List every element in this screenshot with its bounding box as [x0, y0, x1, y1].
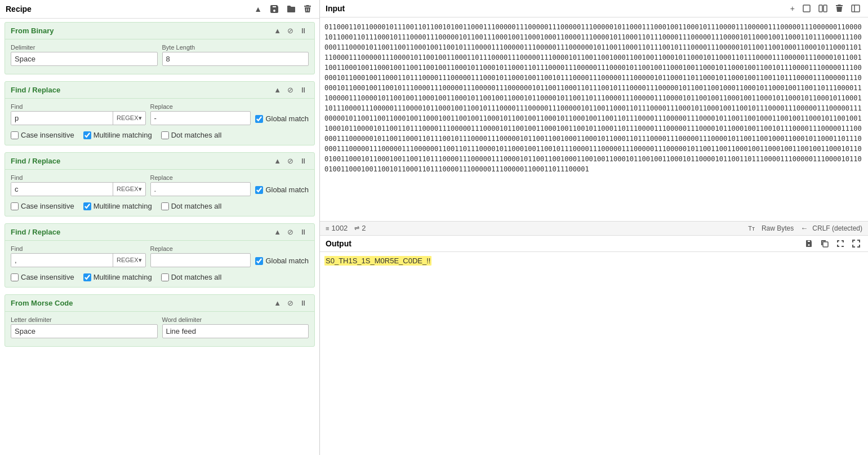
input-header: Input +: [320, 0, 868, 17]
recipe-delete-btn[interactable]: [301, 3, 314, 15]
input-split-btn[interactable]: [816, 3, 830, 14]
fr3-find-input[interactable]: [11, 254, 113, 267]
input-window-btn[interactable]: [800, 3, 813, 14]
fr1-multiline-item: Multiline matching: [83, 131, 152, 139]
fr3-multiline-cb[interactable]: [83, 273, 91, 281]
fr2-options-row: Case insensitive Multiline matching Dot …: [11, 200, 309, 211]
output-fullscreen-btn[interactable]: [850, 238, 862, 249]
fr3-global-match-cb[interactable]: [255, 257, 263, 265]
fr3-disable-btn[interactable]: ⊘: [286, 227, 295, 237]
from-binary-pause-btn[interactable]: ⏸: [298, 26, 309, 36]
letter-delim-group: Letter delimiter: [11, 316, 158, 338]
input-delete-btn[interactable]: [833, 3, 845, 14]
fr3-replace-group: Replace: [150, 245, 251, 267]
fr2-up-btn[interactable]: ▲: [272, 156, 283, 166]
fr2-multiline-cb[interactable]: [83, 202, 91, 210]
find-replace-2-section: Find / Replace ▲ ⊘ ⏸ Find REGEX▾ Replace: [5, 152, 315, 217]
from-binary-up-btn[interactable]: ▲: [272, 26, 283, 36]
fr1-replace-group: Replace: [150, 103, 251, 125]
fr1-case-item: Case insensitive: [11, 131, 74, 139]
find-replace-2-title: Find / Replace: [11, 157, 272, 165]
from-binary-header: From Binary ▲ ⊘ ⏸: [5, 23, 314, 39]
fr3-case-label: Case insensitive: [21, 273, 74, 281]
fr2-input-row: Find REGEX▾ Replace Global match: [11, 174, 309, 196]
fr1-case-label: Case insensitive: [21, 131, 74, 139]
input-expand-btn[interactable]: [849, 3, 862, 14]
fr2-regex-btn[interactable]: REGEX▾: [113, 183, 145, 196]
fr2-global-match-cb[interactable]: [255, 186, 263, 194]
from-binary-section: From Binary ▲ ⊘ ⏸ Delimiter Byte Length: [5, 22, 315, 74]
from-morse-title: From Morse Code: [11, 299, 272, 307]
fr1-find-input[interactable]: [11, 112, 113, 125]
fr1-global-match-cb[interactable]: [255, 115, 263, 123]
fr2-replace-input[interactable]: [150, 182, 251, 196]
fr3-case-cb[interactable]: [11, 273, 19, 281]
fr1-replace-input[interactable]: [150, 111, 251, 125]
fr2-case-cb[interactable]: [11, 202, 19, 210]
delimiter-group: Delimiter: [11, 44, 158, 66]
output-copy-btn[interactable]: [818, 238, 831, 249]
recipe-header: Recipe ▲: [0, 0, 319, 19]
encoding-btn[interactable]: Raw Bytes: [759, 223, 796, 233]
morse-up-btn[interactable]: ▲: [272, 298, 283, 308]
fr1-find-wrapper: REGEX▾: [11, 111, 146, 125]
fr2-find-input[interactable]: [11, 183, 113, 196]
fr1-options-row: Case insensitive Multiline matching Dot …: [11, 129, 309, 140]
input-area[interactable]: 0110001101100001011100110110010100110001…: [320, 17, 868, 222]
delimiter-input[interactable]: [11, 52, 158, 66]
recipe-save-btn[interactable]: [268, 3, 281, 15]
letter-delim-input[interactable]: [11, 324, 158, 338]
fr2-dot-cb[interactable]: [161, 202, 169, 210]
fr2-dot-item: Dot matches all: [161, 202, 222, 210]
fr1-find-group: Find REGEX▾: [11, 103, 146, 125]
word-delim-input[interactable]: [162, 324, 309, 338]
morse-disable-btn[interactable]: ⊘: [286, 298, 295, 308]
fr3-replace-label: Replace: [150, 245, 251, 252]
output-highlighted-text: S0_TH1S_1S_M0R5E_C0DE_!!: [324, 256, 431, 266]
from-binary-disable-btn[interactable]: ⊘: [286, 26, 295, 36]
delimiter-label: Delimiter: [11, 44, 158, 51]
fr1-dot-cb[interactable]: [161, 131, 169, 139]
fr1-case-cb[interactable]: [11, 131, 19, 139]
word-delim-label: Word delimiter: [162, 316, 309, 323]
from-binary-title: From Binary: [11, 26, 272, 35]
fr3-dot-cb[interactable]: [161, 273, 169, 281]
output-expand-btn[interactable]: [834, 238, 847, 249]
find-replace-2-header: Find / Replace ▲ ⊘ ⏸: [5, 153, 314, 170]
fr3-up-btn[interactable]: ▲: [272, 227, 283, 237]
fr1-input-row: Find REGEX▾ Replace Global match: [11, 103, 309, 125]
fr1-multiline-cb[interactable]: [83, 131, 91, 139]
fr1-disable-btn[interactable]: ⊘: [286, 85, 295, 95]
fr3-find-group: Find REGEX▾: [11, 245, 146, 267]
fr3-pause-btn[interactable]: ⏸: [298, 227, 309, 237]
byte-length-input[interactable]: [162, 52, 309, 66]
recipe-collapse-btn[interactable]: ▲: [252, 3, 264, 15]
input-title: Input: [326, 4, 788, 13]
fr1-dot-item: Dot matches all: [161, 131, 222, 139]
fr2-case-item: Case insensitive: [11, 202, 74, 210]
find-replace-3-icons: ▲ ⊘ ⏸: [272, 227, 309, 237]
recipe-folder-btn[interactable]: [284, 3, 298, 15]
find-replace-1-header: Find / Replace ▲ ⊘ ⏸: [5, 82, 314, 99]
svg-rect-1: [819, 5, 822, 12]
find-replace-1-icons: ▲ ⊘ ⏸: [272, 85, 309, 95]
fr3-regex-btn[interactable]: REGEX▾: [113, 254, 145, 267]
input-header-icons: +: [788, 3, 862, 14]
fr2-global-match-label: Global match: [265, 185, 309, 194]
morse-pause-btn[interactable]: ⏸: [298, 298, 309, 308]
line-icon: ⇌: [354, 224, 359, 232]
status-bar: ≡ 1002 ⇌ 2 Tт Raw Bytes ← CRLF (detected…: [320, 222, 868, 236]
fr3-replace-input[interactable]: [150, 253, 251, 267]
byte-length-label: Byte Length: [162, 44, 309, 51]
svg-rect-0: [803, 5, 810, 12]
fr1-up-btn[interactable]: ▲: [272, 85, 283, 95]
fr2-disable-btn[interactable]: ⊘: [286, 156, 295, 166]
from-morse-header: From Morse Code ▲ ⊘ ⏸: [5, 295, 314, 312]
line-ending-label: CRLF (detected): [812, 224, 862, 232]
fr1-pause-btn[interactable]: ⏸: [298, 85, 309, 95]
fr3-global-row: Global match: [255, 257, 309, 267]
fr2-pause-btn[interactable]: ⏸: [298, 156, 309, 166]
fr1-regex-btn[interactable]: REGEX▾: [113, 112, 145, 125]
output-save-btn[interactable]: [803, 238, 815, 249]
input-add-btn[interactable]: +: [788, 3, 797, 14]
